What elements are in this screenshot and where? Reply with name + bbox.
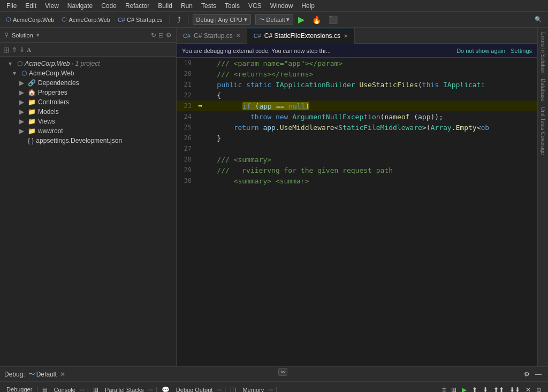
menu-code[interactable]: Code	[97, 1, 121, 11]
debug-config-dropdown[interactable]: Debug | Any CPU ▾	[193, 14, 251, 25]
console-icon[interactable]: ▤	[40, 386, 49, 392]
tab-startup[interactable]: C# C# Startup.cs ✕	[177, 28, 247, 44]
debug-action-1[interactable]: ≡	[440, 385, 448, 393]
project-label-2: AcmeCorp.Web	[68, 17, 110, 23]
code-line-25: 25 return app.UseMiddleware<StaticFileMi…	[177, 122, 537, 133]
memory-icon[interactable]: ◫	[228, 385, 238, 393]
debug-output-tab[interactable]: Debug Output	[174, 386, 215, 393]
tree-label-props: Properties	[38, 89, 67, 96]
debug-label: Debug:	[4, 371, 25, 378]
debugger-tab[interactable]: Debugger	[4, 385, 34, 393]
back-icon[interactable]: ⤴	[174, 14, 184, 25]
menu-run[interactable]: Run	[177, 1, 197, 11]
hot-reload-button[interactable]: 🔥	[309, 14, 324, 25]
code-line-21: 21 public static IApplicationBuilder Use…	[177, 79, 537, 90]
unit-tests-tab[interactable]: Unit Tests Coverage	[539, 105, 547, 157]
code-line-27: 27	[177, 143, 537, 154]
menu-refactor[interactable]: Refactor	[121, 1, 154, 11]
tree-item-views[interactable]: ▶ 📁 Views	[0, 117, 176, 126]
menu-bar: File Edit View Navigate Code Refactor Bu…	[0, 0, 548, 12]
tab-staticfile[interactable]: C# C# StaticFileExtensions.cs ✕	[247, 28, 355, 44]
tab-startup-label: C# Startup.cs	[194, 32, 233, 40]
tree-item-controllers[interactable]: ▶ 📁 Controllers	[0, 97, 176, 107]
menu-view[interactable]: View	[41, 1, 63, 11]
tree-item-properties[interactable]: ▶ 🏠 Properties	[0, 88, 176, 97]
solution-label: Solution	[12, 32, 33, 39]
main-toolbar: ⬡ AcmeCorp.Web ⬡ AcmeCorp.Web C# C# Star…	[0, 12, 548, 28]
close-staticfile-tab[interactable]: ✕	[344, 33, 348, 39]
code-line-23: 23 ➡ if (app == null)	[177, 101, 537, 111]
editor-area: C# C# Startup.cs ✕ C# C# StaticFileExten…	[177, 28, 537, 366]
debug-settings-btn[interactable]: ⚙	[522, 370, 532, 379]
file-label: C# Startup.cs	[127, 17, 163, 23]
console-tab[interactable]: Console	[51, 386, 77, 393]
code-line-30: 30 <summary> <summar>	[177, 175, 537, 186]
code-line-26: 26 }	[177, 133, 537, 143]
tree-item-wwwroot[interactable]: ▶ 📁 wwwroot	[0, 126, 176, 136]
debug-action-9[interactable]: ⊙	[534, 385, 544, 393]
search-button[interactable]: 🔍	[532, 15, 545, 24]
bottom-panel: Debug: 〜 Default ✕ ⚙ — Debugger | ▤ Cons…	[0, 366, 548, 392]
explorer-btn-2[interactable]: ⇑	[12, 46, 17, 53]
settings-link[interactable]: Settings	[511, 48, 532, 54]
code-editor[interactable]: 19 /// <param name="app"></param> 20 ///…	[177, 58, 537, 366]
file-tab[interactable]: C# C# Startup.cs	[115, 16, 165, 24]
code-line-28: 28 /// <summary>	[177, 154, 537, 165]
debug-action-4[interactable]: ⬆	[470, 385, 480, 393]
menu-tests[interactable]: Tests	[197, 1, 220, 11]
chevron-down-icon: ▾	[244, 16, 247, 23]
debug-action-6[interactable]: ⬆⬆	[491, 385, 506, 393]
collapse-icon[interactable]: ⊟	[158, 32, 164, 39]
errors-solution-tab[interactable]: Errors In Solution	[539, 30, 547, 75]
tree-item-acmecorp[interactable]: ▾ ⬡ AcmeCorp.Web	[0, 68, 176, 78]
project-label-1: AcmeCorp.Web	[13, 17, 54, 23]
tree-label-views: Views	[38, 118, 55, 125]
code-line-29: 29 /// rviiervng for the given request p…	[177, 165, 537, 175]
tree-label-deps: Dependencies	[38, 79, 79, 87]
database-tab[interactable]: Database	[539, 76, 547, 104]
project-icon-1[interactable]: ⬡ AcmeCorp.Web	[3, 15, 57, 24]
debug-action-5[interactable]: ⬇	[481, 385, 490, 393]
close-debug-icon[interactable]: ✕	[60, 371, 65, 378]
code-line-22: 22 {	[177, 90, 537, 101]
debug-action-7[interactable]: ⬇⬇	[507, 385, 522, 393]
explorer-btn-4[interactable]: 𝐀	[27, 46, 32, 53]
menu-window[interactable]: Window	[266, 1, 298, 11]
refresh-icon[interactable]: ↻	[151, 32, 156, 39]
menu-edit[interactable]: Edit	[21, 1, 41, 11]
debug-action-8[interactable]: ✕	[523, 385, 533, 393]
menu-navigate[interactable]: Navigate	[63, 1, 97, 11]
menu-help[interactable]: Help	[297, 1, 319, 11]
memory-tab[interactable]: Memory	[240, 386, 266, 393]
parallel-stacks-tab[interactable]: Parallel Stacks	[103, 386, 146, 393]
settings-icon[interactable]: ⚙	[166, 32, 172, 39]
project-icon-2[interactable]: ⬡ AcmeCorp.Web	[59, 15, 112, 24]
do-not-show-link[interactable]: Do not show again	[456, 48, 505, 54]
tree-label-wwwroot: wwwroot	[38, 127, 63, 135]
debug-minimize-btn[interactable]: —	[533, 370, 544, 379]
separator-2	[188, 15, 188, 25]
tree-item-root[interactable]: ▾ ⬡ AcmeCorp.Web · 1 project	[0, 59, 176, 68]
close-startup-tab[interactable]: ✕	[236, 33, 240, 39]
tree-item-appsettings[interactable]: { } appsettings.Development.json	[0, 136, 176, 145]
tree-item-models[interactable]: ▶ 📁 Models	[0, 107, 176, 117]
menu-build[interactable]: Build	[154, 1, 177, 11]
notification-bar: You are debugging external code. You can…	[177, 44, 537, 58]
menu-tools[interactable]: Tools	[220, 1, 244, 11]
debug-tabs-bar: Debug: 〜 Default ✕ ⚙ —	[0, 367, 548, 382]
run-config-dropdown[interactable]: 〜 Default ▾	[255, 14, 294, 25]
explorer-btn-1[interactable]: ⊞	[3, 45, 10, 54]
stop-button[interactable]: ⬛	[326, 14, 340, 25]
explorer-btn-3[interactable]: ⇓	[19, 46, 25, 53]
parallel-stacks-icon[interactable]: ⊞	[91, 385, 101, 393]
run-button[interactable]: ▶	[295, 13, 307, 26]
solution-explorer-panel: ⚲ Solution ▾ ↻ ⊟ ⚙ ⊞ ⇑ ⇓ 𝐀 ▾ ⬡ AcmeCorp.…	[0, 28, 177, 366]
tree-item-dependencies[interactable]: ▶ 🔗 Dependencies	[0, 78, 176, 88]
menu-file[interactable]: File	[2, 1, 21, 11]
debug-action-3[interactable]: ▶	[460, 385, 469, 393]
tree-label-acmecorp: AcmeCorp.Web	[29, 70, 74, 77]
main-layout: ⚲ Solution ▾ ↻ ⊟ ⚙ ⊞ ⇑ ⇓ 𝐀 ▾ ⬡ AcmeCorp.…	[0, 28, 548, 366]
debug-output-icon[interactable]: 💬	[159, 385, 172, 393]
debug-action-2[interactable]: ⊞	[449, 385, 459, 393]
menu-vcs[interactable]: VCS	[244, 1, 266, 11]
